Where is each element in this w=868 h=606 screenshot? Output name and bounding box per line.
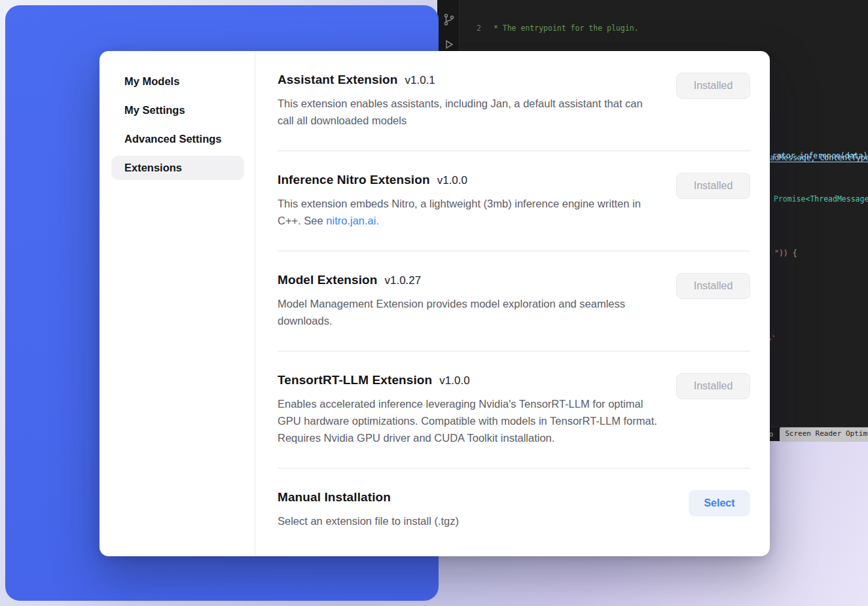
- extension-description: This extension embeds Nitro, a lightweig…: [278, 195, 660, 229]
- settings-modal: My Models My Settings Advanced Settings …: [99, 51, 770, 556]
- extension-version: v1.0.0: [437, 174, 467, 187]
- sidebar-item-advanced-settings[interactable]: Advanced Settings: [111, 127, 244, 151]
- extension-version: v1.0.1: [405, 74, 435, 87]
- installed-button[interactable]: Installed: [676, 373, 750, 399]
- installed-button[interactable]: Installed: [676, 273, 750, 299]
- sidebar-item-my-settings[interactable]: My Settings: [111, 98, 244, 122]
- extension-row-tensorrt: TensortRT-LLM Extension v1.0.0 Enables a…: [278, 351, 750, 469]
- manual-installation-row: Manual Installation Select an extension …: [278, 469, 750, 551]
- sidebar-item-extensions[interactable]: Extensions: [111, 156, 244, 180]
- extension-description: Model Management Extension provides mode…: [278, 295, 660, 329]
- installed-button[interactable]: Installed: [676, 73, 750, 99]
- extension-version: v1.0.0: [439, 374, 469, 387]
- line-number: 2: [460, 23, 489, 34]
- extension-name: Assistant Extension: [278, 73, 398, 87]
- settings-sidebar: My Models My Settings Advanced Settings …: [99, 51, 255, 556]
- sidebar-item-label: My Settings: [124, 104, 185, 116]
- manual-installation-description: Select an extension file to install (.tg…: [278, 512, 660, 529]
- installed-button[interactable]: Installed: [676, 173, 750, 199]
- code-line: 2 * The entrypoint for the plugin.: [460, 23, 868, 34]
- code-fragment: ")) {: [774, 248, 797, 259]
- extension-row-assistant: Assistant Extension v1.0.1 This extensio…: [278, 51, 750, 151]
- select-file-button[interactable]: Select: [689, 490, 750, 516]
- sidebar-item-my-models[interactable]: My Models: [111, 69, 244, 94]
- extensions-panel: Assistant Extension v1.0.1 This extensio…: [255, 51, 770, 556]
- extension-name: Model Extension: [278, 273, 377, 287]
- sidebar-item-label: My Models: [124, 75, 179, 87]
- git-branch-icon[interactable]: [443, 13, 456, 26]
- code-text: * The entrypoint for the plugin.: [489, 23, 638, 34]
- extension-name: TensortRT-LLM Extension: [278, 373, 432, 387]
- run-debug-icon[interactable]: [443, 38, 456, 51]
- extension-version: v1.0.27: [384, 274, 421, 287]
- extension-description: Enables accelerated inference leveraging…: [278, 395, 660, 446]
- nitro-jan-ai-link[interactable]: nitro.jan.ai.: [326, 215, 379, 226]
- manual-installation-title: Manual Installation: [278, 490, 391, 505]
- extension-name: Inference Nitro Extension: [278, 173, 430, 187]
- sidebar-item-label: Extensions: [124, 162, 182, 173]
- screen-reader-badge[interactable]: Screen Reader Optimize: [780, 427, 868, 442]
- sidebar-item-label: Advanced Settings: [124, 133, 222, 145]
- desktop-background: 2 * The entrypoint for the plugin. 3 */ …: [0, 0, 868, 606]
- extension-description: This extension enables assistants, inclu…: [278, 95, 660, 129]
- code-fragment: Promise<ThreadMessage>: [774, 194, 868, 205]
- extension-row-model: Model Extension v1.0.27 Model Management…: [278, 251, 750, 351]
- extension-row-nitro: Inference Nitro Extension v1.0.0 This ex…: [278, 151, 750, 251]
- code-fragment: rator.inference(data));: [772, 151, 868, 162]
